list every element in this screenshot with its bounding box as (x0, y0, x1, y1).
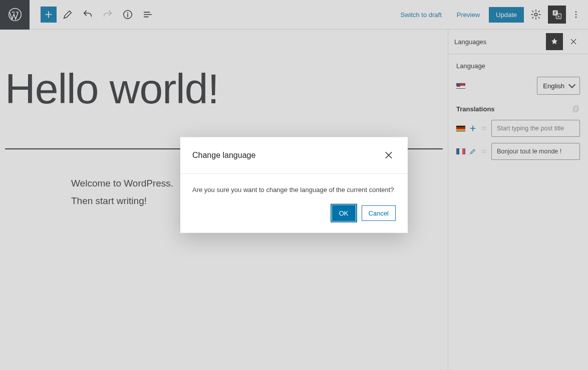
plus-icon (469, 125, 476, 132)
redo-icon (102, 9, 113, 20)
svg-point-6 (575, 11, 577, 13)
sync-icon (480, 125, 487, 132)
sidebar-title: Languages (454, 38, 486, 46)
language-select-value: English (543, 82, 564, 90)
svg-point-2 (127, 12, 128, 13)
svg-rect-10 (573, 107, 577, 112)
list-icon (142, 9, 153, 20)
language-current-row: English (456, 77, 580, 95)
toolbar-left-group (30, 6, 157, 24)
wordpress-logo[interactable] (0, 0, 30, 30)
translation-row-french: Bonjour tout le monde ! (456, 143, 580, 160)
update-button[interactable]: Update (489, 7, 524, 23)
ok-button[interactable]: OK (332, 206, 356, 221)
copy-icon[interactable] (572, 105, 580, 113)
translation-row-german: Start typing the post title (456, 120, 580, 137)
sidebar-body: Language English Translations Start typi… (448, 54, 588, 174)
add-translation-button[interactable] (469, 125, 476, 132)
modal-body: Are you sure you want to change the lang… (180, 174, 408, 206)
outline-button[interactable] (139, 6, 157, 24)
undo-icon (82, 9, 93, 20)
translate-icon (552, 10, 562, 20)
svg-point-8 (575, 17, 577, 18)
add-block-button[interactable] (41, 7, 57, 23)
settings-button[interactable] (527, 6, 545, 24)
close-icon (569, 38, 577, 46)
french-title-input[interactable]: Bonjour tout le monde ! (491, 143, 580, 160)
wordpress-icon (8, 8, 22, 22)
language-select[interactable]: English (537, 77, 580, 95)
translations-label: Translations (456, 105, 580, 113)
language-label: Language (456, 62, 580, 70)
german-title-input[interactable]: Start typing the post title (491, 120, 580, 137)
sidebar-header: Languages (448, 30, 588, 54)
flag-us-icon (456, 83, 465, 89)
modal-message: Are you sure you want to change the lang… (192, 186, 396, 194)
pencil-icon (62, 9, 73, 20)
more-vertical-icon (571, 10, 580, 19)
edit-mode-button[interactable] (59, 6, 77, 24)
sidebar-close-button[interactable] (565, 33, 582, 50)
svg-point-7 (575, 14, 577, 16)
preview-button[interactable]: Preview (451, 7, 486, 23)
gear-icon (530, 9, 541, 20)
post-title[interactable]: Hello world! (0, 30, 448, 128)
plus-icon (44, 10, 54, 20)
undo-button[interactable] (79, 6, 97, 24)
modal-actions: OK Cancel (180, 206, 408, 233)
info-icon (122, 9, 133, 20)
svg-rect-9 (574, 106, 578, 110)
info-button[interactable] (119, 6, 137, 24)
sidebar-star-button[interactable] (546, 33, 563, 50)
languages-sidebar: Languages Language English Translations (448, 30, 588, 370)
modal-title: Change language (192, 151, 255, 160)
cancel-button[interactable]: Cancel (362, 206, 396, 221)
translations-label-text: Translations (456, 105, 495, 113)
edit-translation-button[interactable] (469, 148, 476, 155)
editor-toolbar: Switch to draft Preview Update (0, 0, 588, 30)
modal-header: Change language (180, 137, 408, 174)
sync-icon (480, 148, 487, 155)
change-language-modal: Change language Are you sure you want to… (180, 137, 408, 233)
close-icon (384, 150, 394, 160)
modal-close-button[interactable] (382, 148, 396, 162)
flag-de-icon (456, 125, 465, 131)
pencil-icon (469, 148, 476, 155)
more-options-button[interactable] (569, 6, 583, 24)
flag-fr-icon (456, 148, 465, 154)
toolbar-right-group: Switch to draft Preview Update (394, 6, 588, 24)
translate-panel-button[interactable] (548, 6, 566, 24)
svg-point-3 (534, 13, 537, 16)
redo-button[interactable] (99, 6, 117, 24)
star-icon (550, 37, 559, 46)
switch-to-draft-button[interactable]: Switch to draft (394, 7, 447, 23)
